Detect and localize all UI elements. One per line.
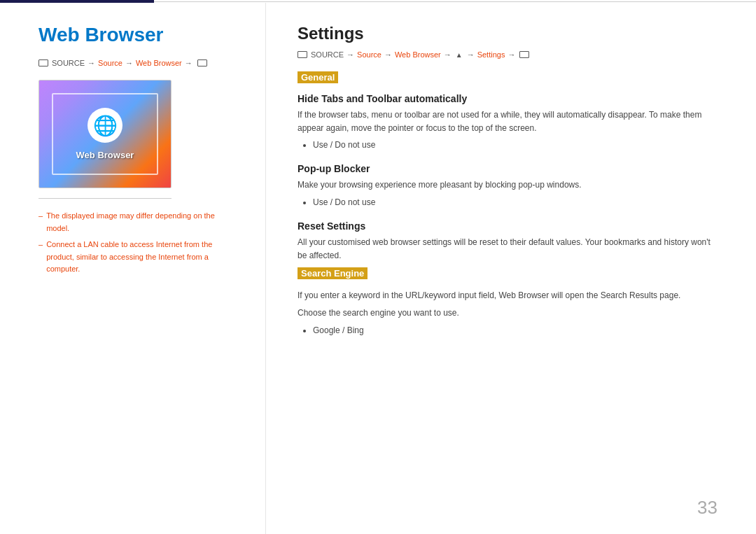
general-section: General Hide Tabs and Toolbar automatica… (298, 71, 718, 262)
settings-title: Settings (298, 24, 718, 43)
up-arrow-right: ▲ (456, 51, 463, 59)
page-container: Web Browser SOURCE → Source → Web Browse… (0, 0, 756, 534)
search-engine-body1: If you enter a keyword in the URL/keywor… (298, 289, 718, 302)
browser-thumbnail-label: Web Browser (76, 150, 134, 160)
general-heading: General (298, 71, 338, 83)
source-link-left[interactable]: Source (98, 59, 122, 67)
reset-settings-subsection: Reset Settings All your customised web b… (298, 220, 718, 262)
dash-2: – (38, 239, 43, 251)
arrow1-left: → (88, 59, 95, 67)
hide-tabs-title: Hide Tabs and Toolbar automatically (298, 93, 718, 104)
hide-tabs-bullets: Use / Do not use (298, 139, 718, 152)
breadcrumb-left: SOURCE → Source → Web Browser → (38, 59, 237, 67)
end-icon-right (519, 51, 529, 58)
search-engine-bullet-1: Google / Bing (313, 324, 718, 337)
arrow1-right: → (346, 50, 354, 59)
end-icon-left (197, 59, 207, 66)
reset-settings-body: All your customised web browser settings… (298, 236, 718, 262)
popup-blocker-bullets: Use / Do not use (298, 196, 718, 209)
arrow2-right: → (384, 50, 392, 59)
globe-icon: 🌐 (93, 114, 118, 137)
search-engine-section: Search Engine If you enter a keyword in … (298, 267, 718, 337)
note-text-2: Connect a LAN cable to access Internet f… (46, 239, 237, 276)
settings-link-right[interactable]: Settings (477, 50, 505, 59)
arrow4-right: → (467, 50, 475, 59)
note-item-1: – The displayed image may differ dependi… (38, 210, 237, 234)
page-number: 33 (697, 497, 718, 519)
search-engine-bullets: Google / Bing (298, 324, 718, 337)
left-panel: Web Browser SOURCE → Source → Web Browse… (0, 3, 266, 534)
arrow3-right: → (444, 50, 451, 59)
popup-blocker-bullet-1: Use / Do not use (313, 196, 718, 209)
arrow3-left: → (185, 59, 192, 67)
arrow2-left: → (125, 59, 133, 67)
popup-blocker-body: Make your browsing experience more pleas… (298, 178, 718, 192)
hide-tabs-bullet-1: Use / Do not use (313, 139, 718, 152)
globe-icon-container: 🌐 (88, 108, 122, 143)
notes-section: – The displayed image may differ dependi… (38, 210, 237, 276)
source-icon-left (38, 59, 48, 66)
page-title: Web Browser (38, 24, 237, 46)
search-engine-body2: Choose the search engine you want to use… (298, 307, 718, 320)
breadcrumb-right: SOURCE → Source → Web Browser → ▲ → Sett… (298, 50, 718, 59)
search-engine-heading: Search Engine (298, 267, 368, 279)
source-label-right: SOURCE (311, 50, 344, 59)
right-panel: Settings SOURCE → Source → Web Browser →… (266, 3, 756, 534)
source-label-left: SOURCE (52, 59, 85, 67)
reset-settings-title: Reset Settings (298, 220, 718, 232)
popup-blocker-subsection: Pop-up Blocker Make your browsing experi… (298, 163, 718, 209)
top-line-right (154, 1, 756, 2)
divider-line (38, 198, 172, 199)
source-link-right[interactable]: Source (357, 50, 382, 59)
thumbnail-inner: 🌐 Web Browser (52, 93, 158, 175)
hide-tabs-subsection: Hide Tabs and Toolbar automatically If t… (298, 93, 718, 152)
arrow5-right: → (507, 50, 515, 59)
popup-blocker-title: Pop-up Blocker (298, 163, 718, 174)
webbrowser-link-left[interactable]: Web Browser (136, 59, 182, 67)
content-area: Web Browser SOURCE → Source → Web Browse… (0, 3, 756, 534)
browser-thumbnail: 🌐 Web Browser (38, 80, 172, 188)
hide-tabs-body: If the browser tabs, menu or toolbar are… (298, 108, 718, 134)
webbrowser-link-right[interactable]: Web Browser (395, 50, 441, 59)
source-icon-right (298, 51, 307, 58)
note-item-2: – Connect a LAN cable to access Internet… (38, 239, 237, 276)
note-text-1: The displayed image may differ depending… (46, 210, 237, 234)
dash-1: – (38, 210, 43, 223)
